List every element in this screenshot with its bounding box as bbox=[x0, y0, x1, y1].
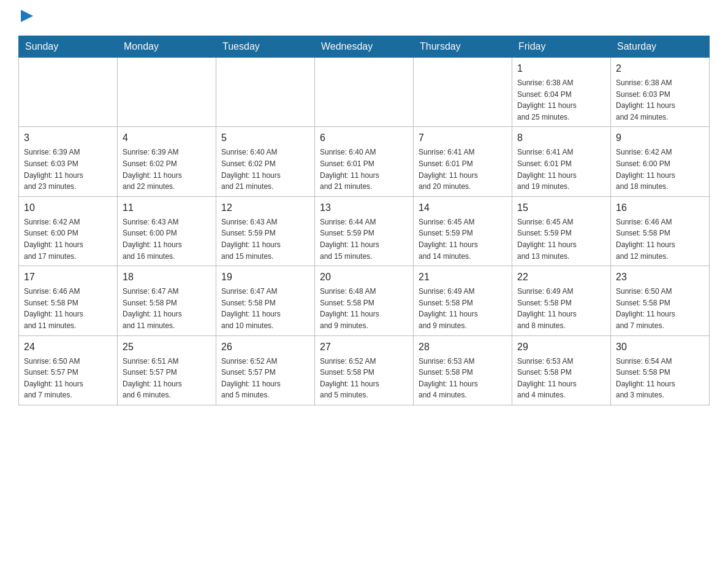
day-info: Sunrise: 6:46 AM Sunset: 5:58 PM Dayligh… bbox=[616, 216, 704, 262]
calendar-cell bbox=[315, 58, 414, 127]
day-number: 30 bbox=[616, 340, 704, 354]
day-info: Sunrise: 6:52 AM Sunset: 5:57 PM Dayligh… bbox=[221, 356, 309, 401]
day-info: Sunrise: 6:38 AM Sunset: 6:03 PM Dayligh… bbox=[616, 77, 704, 123]
calendar-cell bbox=[19, 58, 118, 127]
day-info: Sunrise: 6:40 AM Sunset: 6:02 PM Dayligh… bbox=[221, 147, 309, 192]
col-header-tuesday: Tuesday bbox=[216, 36, 315, 58]
calendar-cell: 11Sunrise: 6:43 AM Sunset: 6:00 PM Dayli… bbox=[118, 196, 216, 266]
calendar-cell: 20Sunrise: 6:48 AM Sunset: 5:58 PM Dayli… bbox=[315, 266, 414, 335]
day-number: 14 bbox=[419, 201, 507, 215]
day-number: 5 bbox=[221, 131, 309, 145]
day-number: 22 bbox=[517, 270, 605, 285]
day-info: Sunrise: 6:53 AM Sunset: 5:58 PM Dayligh… bbox=[419, 356, 507, 401]
day-info: Sunrise: 6:47 AM Sunset: 5:58 PM Dayligh… bbox=[123, 286, 211, 331]
calendar-week-row: 24Sunrise: 6:50 AM Sunset: 5:57 PM Dayli… bbox=[19, 335, 710, 405]
calendar-cell: 19Sunrise: 6:47 AM Sunset: 5:58 PM Dayli… bbox=[216, 266, 315, 335]
day-number: 18 bbox=[123, 270, 211, 285]
day-number: 27 bbox=[320, 340, 408, 354]
day-info: Sunrise: 6:42 AM Sunset: 6:00 PM Dayligh… bbox=[24, 216, 112, 262]
calendar-cell: 17Sunrise: 6:46 AM Sunset: 5:58 PM Dayli… bbox=[19, 266, 118, 335]
calendar-cell: 13Sunrise: 6:44 AM Sunset: 5:59 PM Dayli… bbox=[315, 196, 414, 266]
day-number: 12 bbox=[221, 201, 309, 215]
day-info: Sunrise: 6:49 AM Sunset: 5:58 PM Dayligh… bbox=[517, 286, 605, 331]
calendar-cell bbox=[118, 58, 216, 127]
day-info: Sunrise: 6:45 AM Sunset: 5:59 PM Dayligh… bbox=[517, 216, 605, 262]
calendar-cell bbox=[216, 58, 315, 127]
calendar-cell: 10Sunrise: 6:42 AM Sunset: 6:00 PM Dayli… bbox=[19, 196, 118, 266]
calendar-cell: 3Sunrise: 6:39 AM Sunset: 6:03 PM Daylig… bbox=[19, 127, 118, 196]
col-header-thursday: Thursday bbox=[414, 36, 512, 58]
day-number: 16 bbox=[616, 201, 704, 215]
svg-marker-0 bbox=[21, 10, 33, 22]
day-info: Sunrise: 6:53 AM Sunset: 5:58 PM Dayligh… bbox=[517, 356, 605, 401]
calendar-cell: 7Sunrise: 6:41 AM Sunset: 6:01 PM Daylig… bbox=[414, 127, 512, 196]
calendar-week-row: 1Sunrise: 6:38 AM Sunset: 6:04 PM Daylig… bbox=[19, 58, 710, 127]
day-info: Sunrise: 6:42 AM Sunset: 6:00 PM Dayligh… bbox=[616, 147, 704, 192]
day-info: Sunrise: 6:54 AM Sunset: 5:58 PM Dayligh… bbox=[616, 356, 704, 401]
calendar-cell bbox=[414, 58, 512, 127]
day-info: Sunrise: 6:51 AM Sunset: 5:57 PM Dayligh… bbox=[123, 356, 211, 401]
day-info: Sunrise: 6:46 AM Sunset: 5:58 PM Dayligh… bbox=[24, 286, 112, 331]
day-number: 2 bbox=[616, 61, 704, 76]
col-header-friday: Friday bbox=[512, 36, 611, 58]
calendar-cell: 24Sunrise: 6:50 AM Sunset: 5:57 PM Dayli… bbox=[19, 335, 118, 405]
calendar-week-row: 3Sunrise: 6:39 AM Sunset: 6:03 PM Daylig… bbox=[19, 127, 710, 196]
day-number: 19 bbox=[221, 270, 309, 285]
day-number: 24 bbox=[24, 340, 112, 354]
day-number: 25 bbox=[123, 340, 211, 354]
calendar-table: SundayMondayTuesdayWednesdayThursdayFrid… bbox=[18, 36, 710, 405]
calendar-cell: 9Sunrise: 6:42 AM Sunset: 6:00 PM Daylig… bbox=[611, 127, 710, 196]
day-info: Sunrise: 6:44 AM Sunset: 5:59 PM Dayligh… bbox=[320, 216, 408, 262]
calendar-cell: 12Sunrise: 6:43 AM Sunset: 5:59 PM Dayli… bbox=[216, 196, 315, 266]
day-number: 7 bbox=[419, 131, 507, 145]
day-number: 23 bbox=[616, 270, 704, 285]
logo-triangle-icon bbox=[20, 10, 33, 23]
day-number: 11 bbox=[123, 201, 211, 215]
calendar-week-row: 17Sunrise: 6:46 AM Sunset: 5:58 PM Dayli… bbox=[19, 266, 710, 335]
day-info: Sunrise: 6:45 AM Sunset: 5:59 PM Dayligh… bbox=[419, 216, 507, 262]
day-info: Sunrise: 6:47 AM Sunset: 5:58 PM Dayligh… bbox=[221, 286, 309, 331]
day-number: 26 bbox=[221, 340, 309, 354]
calendar-cell: 22Sunrise: 6:49 AM Sunset: 5:58 PM Dayli… bbox=[512, 266, 611, 335]
col-header-sunday: Sunday bbox=[19, 36, 118, 58]
day-number: 20 bbox=[320, 270, 408, 285]
calendar-week-row: 10Sunrise: 6:42 AM Sunset: 6:00 PM Dayli… bbox=[19, 196, 710, 266]
day-info: Sunrise: 6:41 AM Sunset: 6:01 PM Dayligh… bbox=[517, 147, 605, 192]
day-number: 13 bbox=[320, 201, 408, 215]
day-info: Sunrise: 6:50 AM Sunset: 5:58 PM Dayligh… bbox=[616, 286, 704, 331]
day-number: 1 bbox=[517, 61, 605, 76]
day-info: Sunrise: 6:50 AM Sunset: 5:57 PM Dayligh… bbox=[24, 356, 112, 401]
calendar-cell: 14Sunrise: 6:45 AM Sunset: 5:59 PM Dayli… bbox=[414, 196, 512, 266]
calendar-cell: 5Sunrise: 6:40 AM Sunset: 6:02 PM Daylig… bbox=[216, 127, 315, 196]
col-header-saturday: Saturday bbox=[611, 36, 710, 58]
col-header-wednesday: Wednesday bbox=[315, 36, 414, 58]
day-info: Sunrise: 6:40 AM Sunset: 6:01 PM Dayligh… bbox=[320, 147, 408, 192]
calendar-cell: 15Sunrise: 6:45 AM Sunset: 5:59 PM Dayli… bbox=[512, 196, 611, 266]
day-number: 21 bbox=[419, 270, 507, 285]
calendar-cell: 1Sunrise: 6:38 AM Sunset: 6:04 PM Daylig… bbox=[512, 58, 611, 127]
day-info: Sunrise: 6:39 AM Sunset: 6:02 PM Dayligh… bbox=[123, 147, 211, 192]
calendar-cell: 21Sunrise: 6:49 AM Sunset: 5:58 PM Dayli… bbox=[414, 266, 512, 335]
day-number: 3 bbox=[24, 131, 112, 145]
calendar-cell: 23Sunrise: 6:50 AM Sunset: 5:58 PM Dayli… bbox=[611, 266, 710, 335]
calendar-cell: 18Sunrise: 6:47 AM Sunset: 5:58 PM Dayli… bbox=[118, 266, 216, 335]
calendar-cell: 2Sunrise: 6:38 AM Sunset: 6:03 PM Daylig… bbox=[611, 58, 710, 127]
day-info: Sunrise: 6:38 AM Sunset: 6:04 PM Dayligh… bbox=[517, 77, 605, 123]
day-info: Sunrise: 6:49 AM Sunset: 5:58 PM Dayligh… bbox=[419, 286, 507, 331]
calendar-cell: 29Sunrise: 6:53 AM Sunset: 5:58 PM Dayli… bbox=[512, 335, 611, 405]
calendar-cell: 27Sunrise: 6:52 AM Sunset: 5:58 PM Dayli… bbox=[315, 335, 414, 405]
calendar-cell: 25Sunrise: 6:51 AM Sunset: 5:57 PM Dayli… bbox=[118, 335, 216, 405]
calendar-cell: 28Sunrise: 6:53 AM Sunset: 5:58 PM Dayli… bbox=[414, 335, 512, 405]
calendar-cell: 26Sunrise: 6:52 AM Sunset: 5:57 PM Dayli… bbox=[216, 335, 315, 405]
day-info: Sunrise: 6:43 AM Sunset: 5:59 PM Dayligh… bbox=[221, 216, 309, 262]
calendar-header-row: SundayMondayTuesdayWednesdayThursdayFrid… bbox=[19, 36, 710, 58]
calendar-cell: 6Sunrise: 6:40 AM Sunset: 6:01 PM Daylig… bbox=[315, 127, 414, 196]
calendar-cell: 4Sunrise: 6:39 AM Sunset: 6:02 PM Daylig… bbox=[118, 127, 216, 196]
day-info: Sunrise: 6:39 AM Sunset: 6:03 PM Dayligh… bbox=[24, 147, 112, 192]
calendar-cell: 30Sunrise: 6:54 AM Sunset: 5:58 PM Dayli… bbox=[611, 335, 710, 405]
col-header-monday: Monday bbox=[118, 36, 216, 58]
day-info: Sunrise: 6:41 AM Sunset: 6:01 PM Dayligh… bbox=[419, 147, 507, 192]
day-number: 15 bbox=[517, 201, 605, 215]
day-number: 17 bbox=[24, 270, 112, 285]
page-header bbox=[18, 12, 710, 23]
